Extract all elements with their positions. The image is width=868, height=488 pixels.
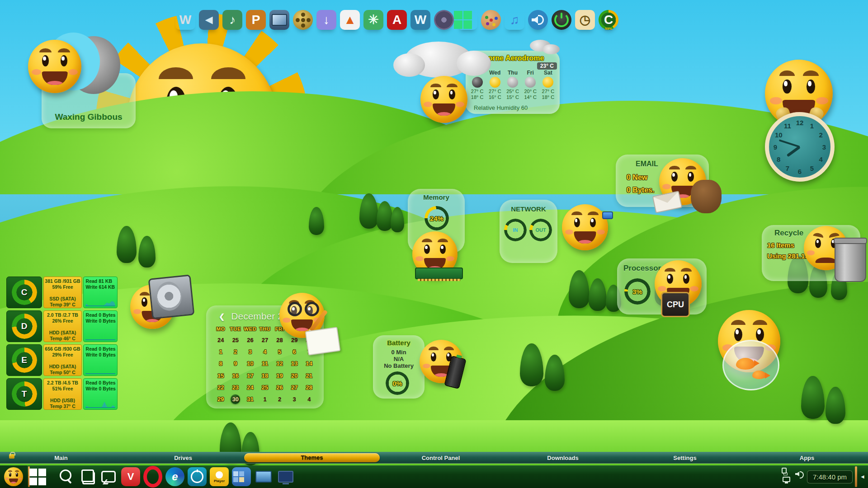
drive-info-line: Temp 46° C xyxy=(44,336,81,342)
drive-activity-line: Write 0 Bytes xyxy=(86,352,117,358)
drive-info-line: 381 GB /931 GB xyxy=(44,278,81,284)
windows-green-icon[interactable] xyxy=(458,10,477,30)
clock-number: 1 xyxy=(810,122,814,130)
vivaldi-icon[interactable]: V xyxy=(121,467,140,486)
drive-letter: C xyxy=(21,287,28,297)
lock-icon[interactable] xyxy=(9,454,14,459)
music-note-blue-icon[interactable]: ♫ xyxy=(505,10,524,30)
calendar-date: 26 xyxy=(243,335,258,345)
theme-tab-themes[interactable]: Themes xyxy=(244,453,380,462)
drive-info[interactable]: 381 GB /931 GB59% FreeSSD (SATA)Temp 39°… xyxy=(43,277,81,308)
battery-widget[interactable]: Battery 0 Min N/A No Battery 0% xyxy=(373,335,425,399)
display-app-icon[interactable] xyxy=(269,10,289,30)
calendar-date: 2 xyxy=(272,394,287,404)
drive-meters: C381 GB /931 GB59% FreeSSD (SATA)Temp 39… xyxy=(6,277,118,412)
drive-info-line: 2.2 TB /4.5 TB xyxy=(44,380,81,386)
drive-activity[interactable]: Read 0 BytesWrite 0 Bytes xyxy=(83,378,118,410)
theme-tab-apps[interactable]: Apps xyxy=(746,455,868,461)
task-view-icon[interactable] xyxy=(77,467,96,486)
works-icon[interactable]: W xyxy=(410,10,430,30)
moon-emoji xyxy=(28,40,81,93)
calendar-date: 25 xyxy=(228,335,243,345)
taskbar-separator xyxy=(855,466,857,487)
paint-palette-icon[interactable] xyxy=(481,10,501,30)
network-display-icon[interactable] xyxy=(783,477,790,482)
p-app-orange-icon[interactable]: P xyxy=(246,10,266,30)
drive-info-line: HDD (SATA) xyxy=(44,364,81,370)
goldfish xyxy=(752,371,766,379)
drive-info-line xyxy=(44,290,81,296)
drive-info[interactable]: 2.0 TB /2.7 TB26% FreeHDD (SATA)Temp 46°… xyxy=(43,310,81,342)
network-widget[interactable]: NETWORK IN OUT xyxy=(500,200,557,263)
drive-activity-line: Write 614 KB xyxy=(86,284,117,290)
drive-info[interactable]: 656 GB /930 GB29% FreeHDD (SATA)Temp 50°… xyxy=(43,344,81,376)
battery-status: N/A xyxy=(373,356,425,362)
edge-icon[interactable]: e xyxy=(165,467,184,486)
calendar-date: 24 xyxy=(213,335,228,345)
calendar-date: 3 xyxy=(287,394,302,404)
winamp-icon[interactable]: W xyxy=(175,10,195,30)
drive-activity[interactable]: Read 81 KBWrite 614 KB xyxy=(83,277,118,308)
start-button[interactable] xyxy=(0,465,27,488)
theme-tab-downloads[interactable]: Downloads xyxy=(502,455,624,461)
forecast-high: 27° C xyxy=(539,89,557,94)
stopwatch-icon[interactable] xyxy=(188,467,207,486)
calendar-day-name: THU xyxy=(258,326,273,332)
opera-icon[interactable] xyxy=(143,467,162,486)
volume-tray-icon[interactable] xyxy=(795,470,804,478)
forecast-day-name: Wed xyxy=(486,70,504,76)
laptop-icon[interactable] xyxy=(254,467,273,486)
media-player-blue-icon[interactable]: ◄ xyxy=(199,10,219,30)
battery-time: 0 Min xyxy=(373,349,425,356)
drive-gauge-T[interactable]: T xyxy=(6,378,42,410)
forecast-low: 15° C xyxy=(504,94,521,100)
c-drive-gauge-icon[interactable]: C59% xyxy=(599,10,618,30)
drive-info[interactable]: 2.2 TB /4.5 TB51% FreeHDD (USB)Temp 37° … xyxy=(43,378,81,410)
show-desktop-button[interactable]: ◄ xyxy=(860,474,865,480)
forecast-day-name: Sat xyxy=(539,70,557,76)
player-icon[interactable]: Player xyxy=(210,467,229,486)
drive-gauge-C[interactable]: C xyxy=(6,277,42,308)
music-app-green-icon[interactable]: ♪ xyxy=(222,10,242,30)
theme-tab-settings[interactable]: Settings xyxy=(624,455,746,461)
email-title: EMAIL xyxy=(636,160,658,168)
drive-row-D: D2.0 TB /2.7 TB26% FreeHDD (SATA)Temp 46… xyxy=(6,310,118,342)
volume-icon[interactable] xyxy=(528,10,548,30)
theme-tab-drives[interactable]: Drives xyxy=(122,455,244,461)
green-swirl-app-icon[interactable]: ✳ xyxy=(363,10,383,30)
monitor-app-icon[interactable] xyxy=(276,467,295,486)
power-icon[interactable] xyxy=(552,10,571,30)
vlc-icon[interactable]: ▲ xyxy=(340,10,360,30)
calendar-date: 6 xyxy=(287,347,302,357)
theme-tab-active-pill: Themes xyxy=(244,453,380,462)
battery-title: Battery xyxy=(373,339,425,347)
clock-number: 3 xyxy=(822,143,826,151)
movie-maker-icon[interactable] xyxy=(293,10,313,30)
drive-activity[interactable]: Read 0 BytesWrite 0 Bytes xyxy=(83,310,118,342)
alarm-clock-icon[interactable]: ◷ xyxy=(575,10,595,30)
drive-gauge-E[interactable]: E xyxy=(6,344,42,376)
chat-icon[interactable] xyxy=(99,467,118,486)
drive-activity[interactable]: Read 0 BytesWrite 0 Bytes xyxy=(83,344,118,376)
calendar-week: 891011121314 xyxy=(213,359,316,368)
usb-icon[interactable] xyxy=(782,468,787,474)
forecast-high: 20° C xyxy=(522,89,539,94)
calendar-date: 2 xyxy=(228,347,243,357)
search-icon[interactable] xyxy=(55,467,74,486)
system-tray: 7:48:40 pm xyxy=(782,465,853,488)
dvd-icon[interactable] xyxy=(434,10,454,30)
calendar-week: 15161718192021 xyxy=(213,371,316,380)
adobe-reader-icon[interactable]: A xyxy=(387,10,407,30)
tray-clock[interactable]: 7:48:40 pm xyxy=(807,470,853,483)
calendar-grid: 2425262728293012345678910111213141516171… xyxy=(213,335,316,404)
drive-gauge-D[interactable]: D xyxy=(6,310,42,342)
theme-tab-control-panel[interactable]: Control Panel xyxy=(380,455,502,461)
weather-current-temp: 23° C xyxy=(537,62,557,70)
tiles-app-icon[interactable] xyxy=(232,467,251,486)
download-manager-icon[interactable]: ↓ xyxy=(316,10,336,30)
calendar-prev-button[interactable]: ❮ xyxy=(219,312,225,321)
theme-tab-main[interactable]: Main xyxy=(0,455,122,461)
calendar-date: 14 xyxy=(302,359,316,368)
works-icon-glyph: W xyxy=(415,14,426,26)
win-logo-icon[interactable] xyxy=(33,467,52,486)
